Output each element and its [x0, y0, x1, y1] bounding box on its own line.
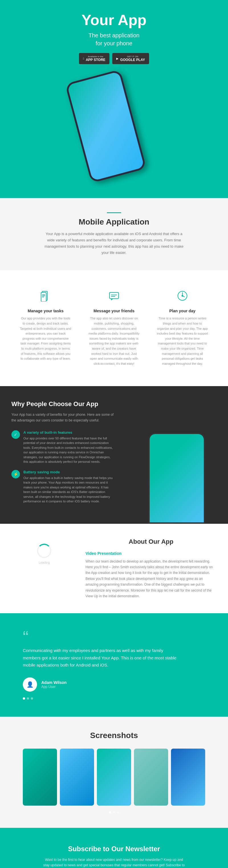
screenshot-5 [171, 749, 205, 806]
why-item-2: ⚡ Battery saving mode Our application ha… [11, 470, 114, 504]
screenshot-dot-3[interactable] [117, 811, 119, 813]
why-item-1: ✓ A variety of built-in features Our app… [11, 430, 114, 464]
apple-icon:  [83, 57, 84, 60]
tasks-icon [38, 290, 53, 304]
about-description: When our team decided to develop an appl… [86, 559, 217, 599]
hero-subtitle: The best application for your phone [6, 31, 222, 47]
about-content: About Our App Video Presentation When ou… [86, 538, 217, 599]
testimonial-dots [23, 697, 205, 700]
hero-buttons:  Available in the APP STORE ▶ GET IT ON… [6, 53, 222, 64]
screenshot-1 [23, 749, 57, 806]
svg-point-12 [182, 295, 183, 297]
mobile-app-section: Mobile Application Your App is a powerfu… [0, 198, 228, 270]
hero-phone [83, 73, 145, 181]
why-section: Why People Choose Our App Your App has a… [0, 386, 228, 524]
message-icon [107, 290, 121, 304]
screenshots-section: Screenshots [0, 717, 228, 828]
why-content: Why People Choose Our App Your App has a… [0, 386, 125, 524]
author-title: App User [41, 685, 67, 689]
feature-message-friends: Message your friends The app also let us… [80, 284, 148, 372]
why-hand-phone [148, 433, 205, 524]
why-item-title-2: Battery saving mode [23, 470, 114, 474]
about-title: About Our App [86, 538, 217, 546]
quote-icon: “ [23, 630, 205, 644]
phone-device [65, 69, 146, 183]
why-item-desc-2: Our application has a built-in battery s… [23, 475, 114, 504]
screenshot-4 [134, 749, 168, 806]
screenshots-grid [11, 749, 217, 806]
feature-manage-tasks: Manage your tasks Our app provides you w… [11, 284, 80, 372]
newsletter-description: Want to be the first to hear about new u… [43, 857, 185, 868]
about-video-preview: Loading [11, 538, 77, 564]
feature-plan-day: Plan your day Time is a resource a perso… [148, 284, 217, 372]
screenshots-title: Screenshots [11, 731, 217, 740]
feature-desc-1: Our app provides you with the tools to c… [20, 316, 71, 361]
newsletter-title: Subscribe to Our Newsletter [23, 845, 205, 853]
loading-spinner [37, 544, 51, 558]
feature-title-3: Plan your day [157, 309, 208, 313]
why-item-title-1: A variety of built-in features [23, 430, 114, 435]
appstore-button[interactable]:  Available in the APP STORE [79, 53, 109, 64]
dot-3[interactable] [31, 697, 33, 700]
svg-rect-5 [109, 292, 119, 299]
mobile-app-title: Mobile Application [23, 217, 205, 226]
screenshot-dots [11, 811, 217, 813]
hero-section: Your App The best application for your p… [0, 0, 228, 198]
newsletter-section: Subscribe to Our Newsletter Want to be t… [0, 828, 228, 868]
testimonial-author: 👤 Adam Wilson App User [23, 677, 205, 692]
screenshot-3 [97, 749, 131, 806]
section-divider [107, 212, 121, 213]
clock-icon [175, 290, 190, 304]
feature-desc-3: Time is a resource a person writes thing… [157, 316, 208, 366]
features-section: Manage your tasks Our app provides you w… [0, 270, 228, 386]
phone-screen [67, 71, 144, 181]
dot-1[interactable] [23, 697, 25, 700]
testimonial-quote: Communicating with my employees and part… [23, 647, 180, 669]
about-section: Loading About Our App Video Presentation… [0, 524, 228, 614]
about-video-title: Video Presentation [86, 551, 217, 556]
feature-title-1: Manage your tasks [20, 309, 71, 313]
testimonial-section: “ Communicating with my employees and pa… [0, 613, 228, 717]
hero-title: Your App [6, 11, 222, 29]
why-description: Your App has a variety of benefits for y… [11, 412, 114, 423]
screenshot-dot-1[interactable] [109, 811, 111, 813]
author-avatar: 👤 [23, 677, 37, 692]
loading-label: Loading [38, 561, 50, 564]
screenshot-dot-2[interactable] [113, 811, 115, 813]
google-icon: ▶ [116, 57, 119, 60]
dot-2[interactable] [27, 697, 29, 700]
mobile-app-description: Your App is a powerful mobile applicatio… [43, 231, 185, 256]
screenshot-2 [60, 749, 94, 806]
feature-desc-2: The app also let users discover on mobil… [88, 316, 140, 366]
author-name: Adam Wilson [41, 680, 67, 685]
check-circle-icon-2: ⚡ [11, 470, 20, 478]
feature-title-2: Message your friends [88, 309, 140, 313]
googleplay-button[interactable]: ▶ GET IT ON GOOGLE PLAY [112, 53, 149, 64]
why-phone-visual [125, 386, 228, 524]
why-title: Why People Choose Our App [11, 400, 114, 408]
why-item-desc-1: Our app provides over 50 different featu… [23, 436, 114, 464]
check-circle-icon-1: ✓ [11, 430, 20, 439]
